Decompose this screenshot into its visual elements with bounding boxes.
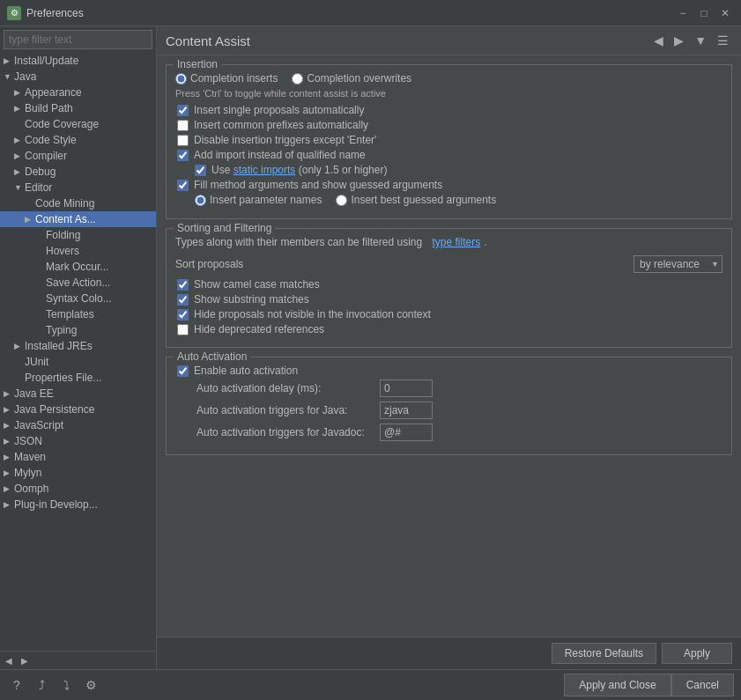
tree-item-label: Java (14, 70, 36, 83)
restore-defaults-button[interactable]: Restore Defaults (552, 643, 656, 664)
checkbox-static-imports[interactable] (195, 165, 206, 176)
radio-overwrites-text: Completion overwrites (307, 72, 411, 85)
expand-arrow-placeholder (14, 357, 25, 366)
checkbox-hide-invocation[interactable] (177, 309, 189, 321)
label-common-prefixes: Insert common prefixes automatically (194, 119, 368, 131)
tree-item-label: Plug-in Develop... (14, 498, 98, 511)
sidebar-item-hovers[interactable]: Hovers (0, 243, 156, 259)
sidebar-item-build-path[interactable]: ▶Build Path (0, 100, 156, 116)
nav-menu-button[interactable]: ▼ (691, 32, 710, 49)
sidebar-item-mylyn[interactable]: ▶Mylyn (0, 465, 156, 481)
tree-item-label: JUnit (25, 356, 48, 368)
tree-item-label: Java Persistence (14, 403, 94, 416)
bottom-bar: ? ⤴ ⤵ ⚙ Apply and Close Cancel (0, 669, 741, 700)
forward-button[interactable]: ▶ (671, 32, 687, 49)
sidebar-item-templates[interactable]: Templates (0, 306, 156, 322)
radio-param-names[interactable] (195, 195, 206, 206)
radio-overwrites[interactable] (292, 73, 303, 85)
expand-arrow: ▶ (4, 468, 14, 477)
close-button[interactable]: ✕ (716, 4, 734, 22)
radio-best-guessed-label[interactable]: Insert best guessed arguments (336, 194, 496, 206)
settings-icon-button[interactable]: ⚙ (81, 675, 100, 695)
maximize-button[interactable]: □ (695, 4, 713, 22)
expand-arrow: ▶ (4, 405, 14, 414)
sidebar-item-editor[interactable]: ▼Editor (0, 180, 156, 195)
sidebar-item-content-assist[interactable]: ▶Content As... (0, 211, 156, 227)
checkbox-camel-case[interactable] (177, 279, 189, 291)
sidebar-item-maven[interactable]: ▶Maven (0, 449, 156, 465)
sort-select[interactable]: by relevance alphabetically (634, 255, 722, 273)
radio-inserts[interactable] (175, 73, 187, 85)
checkbox-disable-triggers[interactable] (177, 135, 189, 146)
nav-left-button[interactable]: ◀ (2, 653, 16, 667)
sidebar-item-java-persistence[interactable]: ▶Java Persistence (0, 402, 156, 417)
sidebar-item-json[interactable]: ▶JSON (0, 433, 156, 449)
cancel-button[interactable]: Cancel (671, 674, 734, 696)
sidebar-item-typing[interactable]: Typing (0, 322, 156, 338)
expand-arrow: ▶ (4, 437, 14, 446)
apply-button[interactable]: Apply (662, 643, 732, 664)
sidebar-item-oomph[interactable]: ▶Oomph (0, 481, 156, 497)
sidebar-item-java[interactable]: ▼Java (0, 69, 156, 85)
label-disable-triggers: Disable insertion triggers except 'Enter… (194, 134, 376, 146)
delay-input[interactable] (380, 379, 433, 397)
sidebar-item-java-ee[interactable]: ▶Java EE (0, 386, 156, 402)
filter-input[interactable] (4, 30, 152, 49)
sidebar-item-junit[interactable]: JUnit (0, 354, 156, 370)
nav-more-button[interactable]: ☰ (714, 32, 732, 49)
expand-arrow-placeholder (35, 262, 46, 271)
nav-right-button[interactable]: ▶ (18, 653, 32, 667)
sidebar-item-code-coverage[interactable]: Code Coverage (0, 116, 156, 132)
radio-inserts-label[interactable]: Completion inserts (175, 72, 278, 85)
expand-arrow-placeholder (14, 120, 25, 129)
completion-hint: Press 'Ctrl' to toggle while content ass… (175, 88, 722, 99)
tree-item-label: Debug (25, 166, 56, 178)
radio-best-guessed[interactable] (336, 195, 347, 206)
sidebar-item-save-actions[interactable]: Save Action... (0, 275, 156, 291)
sidebar-item-install-update[interactable]: ▶Install/Update (0, 53, 156, 69)
sidebar-item-compiler[interactable]: ▶Compiler (0, 148, 156, 164)
sidebar-item-plugin-development[interactable]: ▶Plug-in Develop... (0, 497, 156, 512)
sidebar-item-debug[interactable]: ▶Debug (0, 164, 156, 180)
expand-arrow: ▶ (4, 56, 14, 65)
label-enable-auto: Enable auto activation (194, 365, 298, 377)
help-icon-button[interactable]: ? (7, 675, 26, 695)
sidebar-item-javascript[interactable]: ▶JavaScript (0, 417, 156, 433)
bottom-icons: ? ⤴ ⤵ ⚙ (7, 675, 100, 695)
type-filters-link[interactable]: type filters (433, 236, 481, 248)
sidebar-item-code-mining[interactable]: Code Mining (0, 195, 156, 211)
tree-item-label: Appearance (25, 86, 82, 99)
checkbox-add-import[interactable] (177, 150, 189, 161)
checkbox-hide-deprecated[interactable] (177, 324, 189, 335)
insertion-section: Insertion Completion inserts Completion … (166, 64, 732, 219)
java-triggers-input[interactable] (380, 402, 433, 419)
checkbox-enable-auto[interactable] (177, 365, 189, 377)
minimize-button[interactable]: − (674, 4, 692, 22)
tree-item-label: Templates (46, 308, 94, 321)
sidebar-item-code-style[interactable]: ▶Code Style (0, 132, 156, 148)
expand-arrow: ▼ (4, 72, 14, 81)
radio-param-names-label[interactable]: Insert parameter names (195, 194, 322, 206)
javadoc-triggers-input[interactable] (380, 424, 433, 441)
checkbox-substring[interactable] (177, 294, 189, 306)
javadoc-triggers-label: Auto activation triggers for Javadoc: (196, 426, 373, 438)
checkbox-common-prefixes[interactable] (177, 120, 189, 131)
sidebar-item-properties-file[interactable]: Properties File... (0, 370, 156, 386)
export-icon-button[interactable]: ⤴ (32, 675, 51, 695)
radio-overwrites-label[interactable]: Completion overwrites (292, 72, 411, 85)
sidebar-item-appearance[interactable]: ▶Appearance (0, 85, 156, 100)
javadoc-triggers-row: Auto activation triggers for Javadoc: (175, 424, 722, 441)
sidebar-item-installed-jres[interactable]: ▶Installed JREs (0, 338, 156, 354)
static-imports-link[interactable]: static imports (233, 164, 296, 176)
content-area: Content Assist ◀ ▶ ▼ ☰ Insertion Complet… (157, 26, 741, 669)
sidebar-item-syntax-coloring[interactable]: Syntax Colo... (0, 291, 156, 306)
apply-close-button[interactable]: Apply and Close (564, 674, 671, 696)
expand-arrow: ▶ (14, 104, 25, 113)
checkbox-fill-method[interactable] (177, 180, 189, 191)
checkbox-single-proposals[interactable] (177, 105, 189, 116)
import-icon-button[interactable]: ⤵ (56, 675, 76, 695)
sidebar-item-folding[interactable]: Folding (0, 227, 156, 243)
expand-arrow-placeholder (35, 294, 46, 303)
back-button[interactable]: ◀ (650, 32, 667, 49)
sidebar-item-mark-occurrences[interactable]: Mark Occur... (0, 259, 156, 275)
